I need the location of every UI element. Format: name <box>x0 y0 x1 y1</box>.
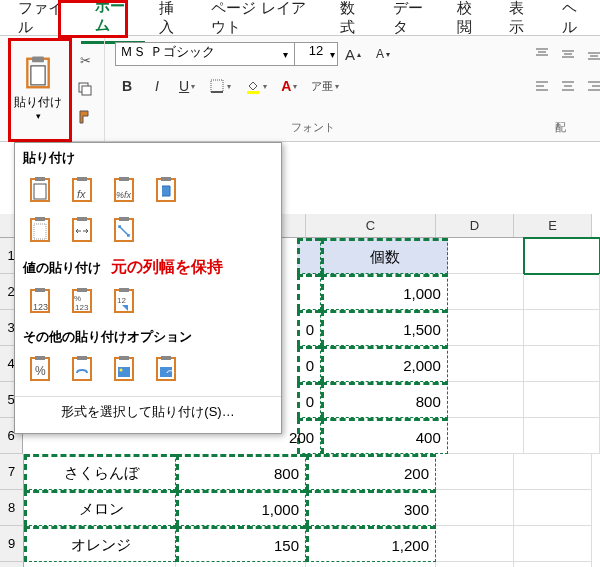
cell[interactable] <box>524 346 600 382</box>
cell[interactable]: 1,500 <box>321 310 448 346</box>
cell[interactable]: 800 <box>176 454 306 490</box>
align-center-button[interactable] <box>556 74 580 98</box>
cell[interactable] <box>297 274 321 310</box>
row-header[interactable]: 10 <box>0 562 24 567</box>
svg-rect-1 <box>32 56 44 62</box>
paste-option-keep-col-widths[interactable] <box>65 213 101 249</box>
cell[interactable] <box>524 310 600 346</box>
paste-other-title: その他の貼り付けオプション <box>15 322 281 350</box>
cell[interactable]: さくらんぼ <box>24 454 176 490</box>
svg-rect-4 <box>82 86 91 95</box>
paste-option-formulas-number[interactable]: %fx <box>107 173 143 209</box>
svg-point-62 <box>120 369 123 372</box>
svg-rect-41 <box>77 217 87 221</box>
cell[interactable]: 400 <box>321 418 448 454</box>
ruby-button[interactable]: ア亜▾ <box>307 74 343 98</box>
bold-button[interactable]: B <box>115 74 139 98</box>
cell[interactable] <box>524 238 600 274</box>
paste-option-link[interactable] <box>65 352 101 388</box>
format-painter-icon[interactable] <box>74 106 96 128</box>
chevron-down-icon[interactable]: ▾ <box>330 49 335 60</box>
cell[interactable] <box>448 382 524 418</box>
cell[interactable]: 1,200 <box>306 526 436 562</box>
cell[interactable]: 0 <box>297 382 321 418</box>
paste-option-linked-picture[interactable] <box>149 352 185 388</box>
align-top-button[interactable] <box>530 42 554 66</box>
row-header[interactable]: 8 <box>0 490 24 526</box>
cell[interactable]: 200 <box>297 418 321 454</box>
cell[interactable] <box>436 526 514 562</box>
col-header-e[interactable]: E <box>514 214 592 237</box>
paste-option-formatting[interactable]: % <box>23 352 59 388</box>
increase-font-button[interactable]: A▴ <box>341 42 365 66</box>
cell[interactable]: メロン <box>24 490 176 526</box>
paste-option-no-borders[interactable] <box>23 213 59 249</box>
cut-icon[interactable]: ✂ <box>74 50 96 72</box>
cell[interactable]: 1,000 <box>176 490 306 526</box>
cell[interactable]: 150 <box>176 526 306 562</box>
paste-option-formulas[interactable]: fx <box>65 173 101 209</box>
row-header[interactable]: 9 <box>0 526 24 562</box>
align-mid-button[interactable] <box>556 42 580 66</box>
chevron-down-icon[interactable]: ▾ <box>283 49 288 60</box>
cell[interactable]: 2,000 <box>321 346 448 382</box>
border-button[interactable]: ▾ <box>205 74 235 98</box>
align-right-button[interactable] <box>582 74 600 98</box>
cell[interactable] <box>176 562 306 567</box>
svg-text:%: % <box>35 364 46 378</box>
cell[interactable] <box>524 382 600 418</box>
cell[interactable]: 200 <box>306 454 436 490</box>
cell[interactable] <box>524 274 600 310</box>
fill-color-button[interactable]: ▾ <box>241 74 271 98</box>
cell[interactable] <box>448 274 524 310</box>
cell[interactable] <box>297 238 321 274</box>
svg-rect-36 <box>161 177 171 181</box>
svg-rect-43 <box>119 217 129 221</box>
paste-button[interactable]: 貼り付け ▾ <box>8 40 68 135</box>
cell[interactable] <box>448 346 524 382</box>
paste-special-link[interactable]: 形式を選択して貼り付け(S)… <box>15 396 281 427</box>
align-left-button[interactable] <box>530 74 554 98</box>
cell[interactable] <box>448 418 524 454</box>
col-header-c[interactable]: C <box>306 214 436 237</box>
cell[interactable]: 300 <box>306 490 436 526</box>
cell[interactable] <box>448 310 524 346</box>
italic-button[interactable]: I <box>145 74 169 98</box>
font-group: ＭＳ Ｐゴシック ▾ 12 ▾ A▴ A▾ B I U▾ ▾ ▾ A▾ ア亜▾ … <box>105 36 520 141</box>
cell[interactable]: 800 <box>321 382 448 418</box>
clipboard-icon <box>19 54 57 92</box>
cell[interactable] <box>514 562 592 567</box>
paste-option-source-formatting[interactable] <box>149 173 185 209</box>
cell[interactable] <box>306 562 436 567</box>
svg-rect-27 <box>35 177 45 181</box>
paste-option-transpose[interactable] <box>107 213 143 249</box>
cell[interactable] <box>514 490 592 526</box>
paste-option-values-source-fmt[interactable]: 12 <box>107 284 143 320</box>
cell[interactable]: 1,000 <box>321 274 448 310</box>
cell[interactable] <box>514 526 592 562</box>
underline-button[interactable]: U▾ <box>175 74 199 98</box>
paste-option-values-number[interactable]: %123 <box>65 284 101 320</box>
cell[interactable] <box>24 562 176 567</box>
paste-option-all[interactable] <box>23 173 59 209</box>
align-bot-button[interactable] <box>582 42 600 66</box>
cell[interactable] <box>514 454 592 490</box>
paste-option-values[interactable]: 123 <box>23 284 59 320</box>
cell[interactable]: オレンジ <box>24 526 176 562</box>
decrease-font-button[interactable]: A▾ <box>371 42 395 66</box>
font-color-button[interactable]: A▾ <box>277 74 301 98</box>
font-name-select[interactable]: ＭＳ Ｐゴシック <box>115 42 295 66</box>
cell[interactable] <box>436 490 514 526</box>
cell[interactable]: 個数 <box>321 238 448 274</box>
cell[interactable]: 0 <box>297 310 321 346</box>
cell[interactable]: 0 <box>297 346 321 382</box>
cell[interactable] <box>524 418 600 454</box>
cell[interactable] <box>436 454 514 490</box>
clipboard-side: ✂ <box>68 40 96 137</box>
col-header-d[interactable]: D <box>436 214 514 237</box>
copy-icon[interactable] <box>74 78 96 100</box>
paste-option-picture[interactable] <box>107 352 143 388</box>
cell[interactable] <box>448 238 524 274</box>
cell[interactable] <box>436 562 514 567</box>
row-header[interactable]: 7 <box>0 454 24 490</box>
